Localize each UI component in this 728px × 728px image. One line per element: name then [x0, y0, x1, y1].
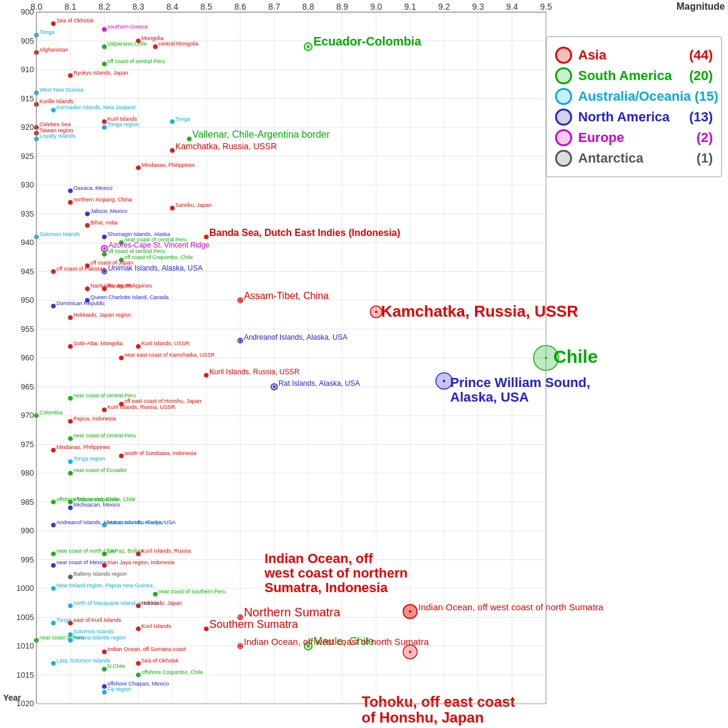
legend-item-antarctica: Antarctica (1) — [555, 150, 713, 167]
legend-circle-north-america — [555, 109, 572, 126]
legend-circle-antarctica — [555, 150, 572, 167]
legend-circle-asia — [555, 47, 572, 64]
chart-container: Asia (44) South America (20) Australia/O… — [0, 0, 728, 728]
legend-label-oceania: Australia/Oceania — [578, 89, 691, 104]
legend-count-antarctica: (1) — [696, 150, 713, 166]
legend-circle-south-america — [555, 67, 572, 84]
legend-label-south-america: South America — [578, 68, 686, 84]
legend-count-oceania: (15) — [695, 89, 718, 104]
legend-item-asia: Asia (44) — [555, 47, 713, 64]
legend-label-antarctica: Antarctica — [578, 150, 693, 166]
legend-count-north-america: (13) — [689, 109, 713, 125]
legend-item-south-america: South America (20) — [555, 67, 713, 84]
legend-box: Asia (44) South America (20) Australia/O… — [546, 36, 722, 177]
legend-count-south-america: (20) — [689, 68, 713, 84]
legend-count-europe: (2) — [696, 130, 713, 146]
legend-label-north-america: North America — [578, 109, 686, 125]
legend-circle-oceania — [555, 88, 572, 105]
legend-item-oceania: Australia/Oceania (15) — [555, 88, 713, 105]
legend-circle-europe — [555, 129, 572, 146]
legend-label-asia: Asia — [578, 47, 686, 63]
legend-count-asia: (44) — [689, 47, 713, 63]
legend-item-north-america: North America (13) — [555, 109, 713, 126]
legend-label-europe: Europe — [578, 130, 693, 146]
legend-item-europe: Europe (2) — [555, 129, 713, 146]
